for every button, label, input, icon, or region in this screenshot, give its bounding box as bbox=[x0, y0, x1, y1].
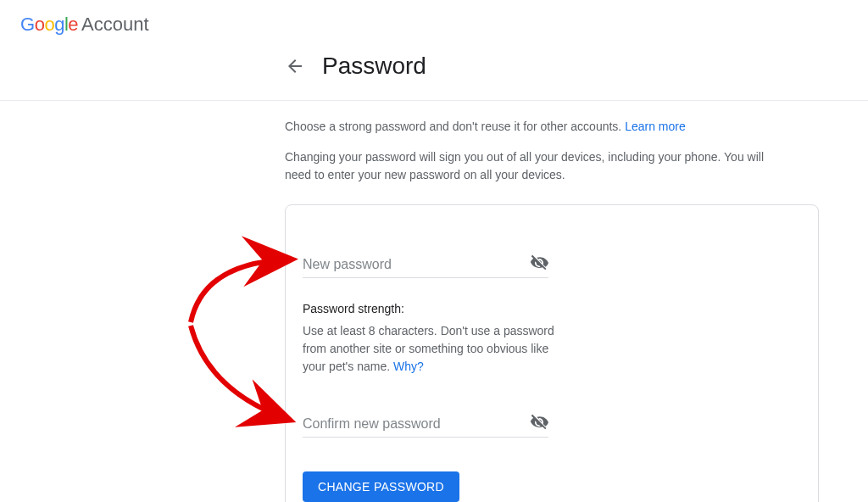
google-logo: Google bbox=[20, 14, 78, 36]
strength-text: Use at least 8 characters. Don't use a p… bbox=[303, 322, 557, 376]
new-password-input[interactable] bbox=[303, 252, 548, 278]
account-label: Account bbox=[81, 14, 149, 36]
header: Google Account bbox=[0, 0, 868, 53]
change-password-button[interactable]: Change Password bbox=[303, 471, 459, 502]
visibility-off-icon[interactable] bbox=[530, 413, 548, 432]
instruction-line-1: Choose a strong password and don't reuse… bbox=[285, 120, 834, 133]
visibility-off-icon[interactable] bbox=[530, 254, 548, 272]
password-card: Password strength: Use at least 8 charac… bbox=[285, 204, 819, 502]
why-link[interactable]: Why? bbox=[393, 360, 424, 373]
back-arrow-icon[interactable] bbox=[285, 56, 305, 76]
content-area: Choose a strong password and don't reuse… bbox=[0, 101, 868, 502]
confirm-password-input[interactable] bbox=[303, 411, 548, 438]
new-password-row bbox=[303, 252, 548, 278]
learn-more-link[interactable]: Learn more bbox=[625, 120, 686, 133]
password-strength-block: Password strength: Use at least 8 charac… bbox=[303, 302, 557, 376]
instruction-line-2: Changing your password will sign you out… bbox=[285, 148, 793, 184]
confirm-password-row bbox=[303, 411, 548, 438]
page-title: Password bbox=[322, 53, 426, 80]
title-bar: Password bbox=[0, 53, 868, 100]
instruction-1-text: Choose a strong password and don't reuse… bbox=[285, 120, 625, 133]
strength-title: Password strength: bbox=[303, 302, 557, 315]
strength-body: Use at least 8 characters. Don't use a p… bbox=[303, 324, 554, 373]
